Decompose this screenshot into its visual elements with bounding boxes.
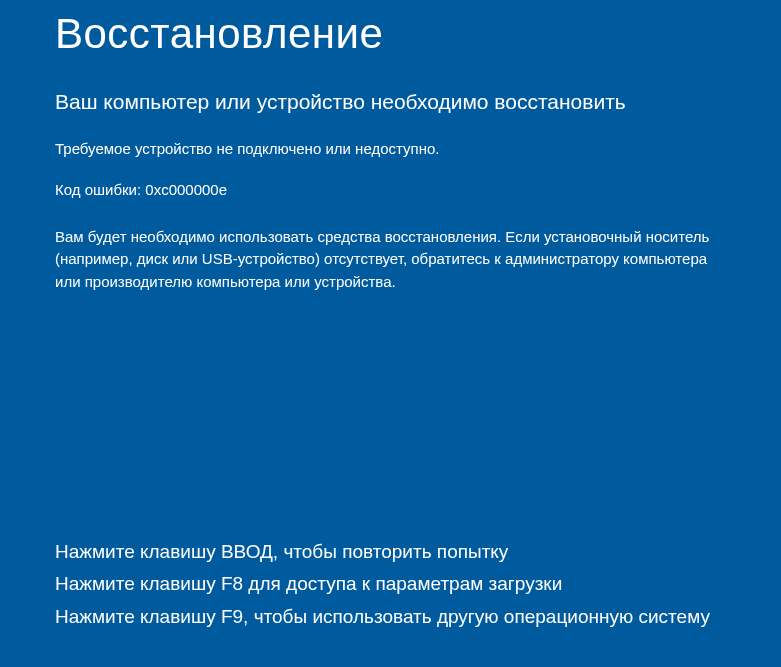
- recovery-subtitle: Ваш компьютер или устройство необходимо …: [55, 90, 726, 114]
- error-code: Код ошибки: 0xc000000e: [55, 181, 726, 198]
- instruction-f9: Нажмите клавишу F9, чтобы использовать д…: [55, 601, 726, 633]
- keyboard-instructions: Нажмите клавишу ВВОД, чтобы повторить по…: [55, 536, 726, 633]
- error-message: Требуемое устройство не подключено или н…: [55, 138, 715, 161]
- page-title: Восстановление: [55, 10, 726, 58]
- recovery-instructions: Вам будет необходимо использовать средст…: [55, 226, 715, 294]
- instruction-enter: Нажмите клавишу ВВОД, чтобы повторить по…: [55, 536, 726, 568]
- instruction-f8: Нажмите клавишу F8 для доступа к парамет…: [55, 568, 726, 600]
